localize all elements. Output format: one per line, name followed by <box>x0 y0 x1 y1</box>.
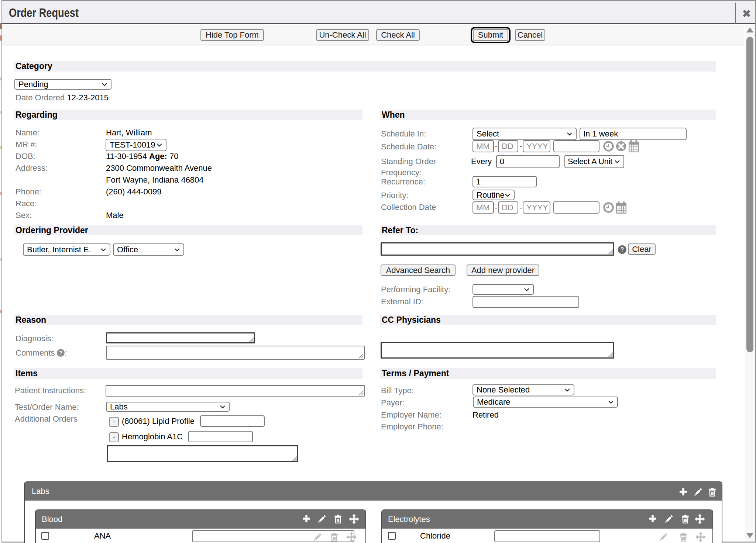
svg-text:?: ? <box>621 246 624 253</box>
svg-text:?: ? <box>59 350 63 356</box>
